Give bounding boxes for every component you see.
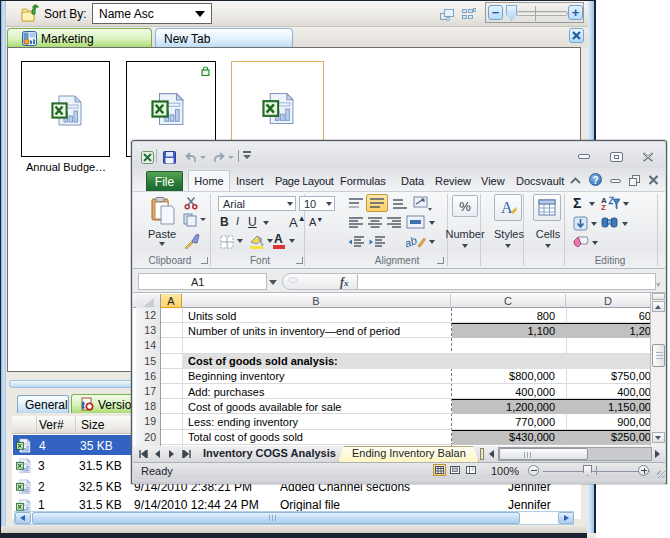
svg-text:A: A bbox=[501, 199, 513, 216]
svg-text:Z: Z bbox=[601, 203, 606, 210]
svg-text:ab: ab bbox=[406, 234, 418, 249]
